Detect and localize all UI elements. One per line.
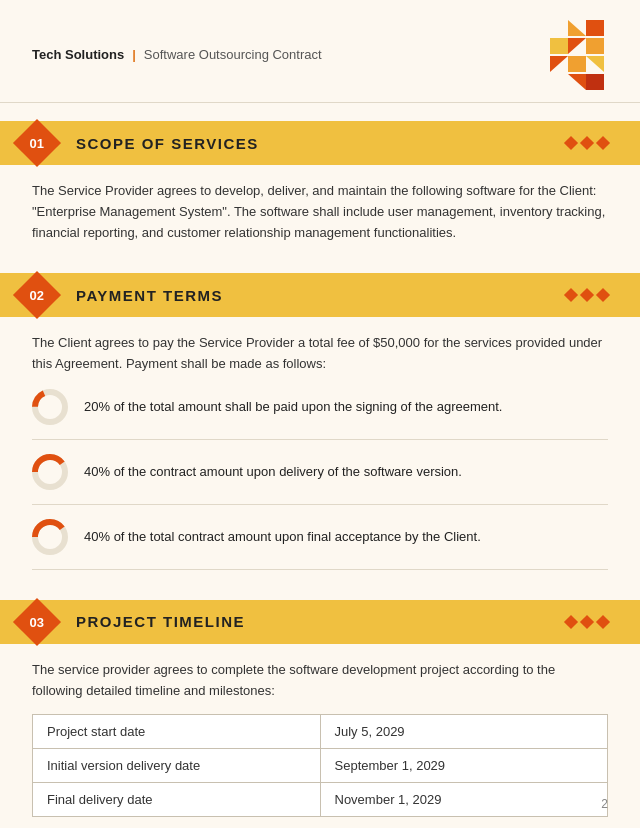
table-cell: Final delivery date [33,782,321,816]
section-03-text: The service provider agrees to complete … [32,660,608,702]
svg-marker-9 [586,74,604,90]
section-03: 03 PROJECT TIMELINE The service provider… [0,600,640,828]
section-01-badge: 01 [13,119,61,167]
section-01: 01 SCOPE OF SERVICES The Service Provide… [0,121,640,255]
svg-marker-2 [550,38,568,54]
diamond-icon [564,615,578,629]
diamond-icon [596,615,610,629]
svg-marker-0 [568,20,586,36]
diamond-icon [580,615,594,629]
diamond-icon [564,288,578,302]
section-02: 02 PAYMENT TERMS The Client agrees to pa… [0,273,640,582]
diamond-icon [596,288,610,302]
payment-item-2: 40% of the contract amount upon delivery… [32,440,608,505]
header-divider: | [132,47,136,62]
table-cell: September 1, 2029 [320,748,608,782]
donut-icon-2 [32,454,68,490]
diamond-icon [596,136,610,150]
table-cell: July 5, 2029 [320,714,608,748]
table-row: Initial version delivery dateSeptember 1… [33,748,608,782]
header: Tech Solutions | Software Outsourcing Co… [0,0,640,103]
section-01-text: The Service Provider agrees to develop, … [32,181,608,243]
section-03-bar: 03 PROJECT TIMELINE [0,600,640,644]
table-cell: November 1, 2029 [320,782,608,816]
payment-item-1: 20% of the total amount shall be paid up… [32,375,608,440]
section-02-content: The Client agrees to pay the Service Pro… [0,317,640,582]
svg-marker-3 [568,38,586,54]
diamond-icon [564,136,578,150]
header-left: Tech Solutions | Software Outsourcing Co… [32,47,322,62]
section-02-title: PAYMENT TERMS [76,287,223,304]
section-01-bar: 01 SCOPE OF SERVICES [0,121,640,165]
diamond-icon [580,288,594,302]
section-01-diamonds [566,138,608,148]
table-cell: Project start date [33,714,321,748]
svg-marker-6 [568,56,586,72]
section-03-badge: 03 [13,598,61,646]
payment-item-2-text: 40% of the contract amount upon delivery… [84,464,462,479]
svg-marker-5 [550,56,568,72]
section-02-bar: 02 PAYMENT TERMS [0,273,640,317]
svg-marker-7 [586,56,604,72]
table-cell: Initial version delivery date [33,748,321,782]
section-02-badge: 02 [13,271,61,319]
brand-name: Tech Solutions [32,47,124,62]
svg-marker-8 [568,74,586,90]
section-02-intro: The Client agrees to pay the Service Pro… [32,333,608,375]
section-03-content: The service provider agrees to complete … [0,644,640,828]
section-03-diamonds [566,617,608,627]
timeline-table: Project start dateJuly 5, 2029Initial ve… [32,714,608,817]
payment-item-3: 40% of the total contract amount upon fi… [32,505,608,570]
svg-marker-1 [586,20,604,36]
document-title: Software Outsourcing Contract [144,47,322,62]
section-03-title: PROJECT TIMELINE [76,613,245,630]
section-01-title: SCOPE OF SERVICES [76,135,259,152]
section-02-diamonds [566,290,608,300]
payment-item-1-text: 20% of the total amount shall be paid up… [84,399,502,414]
company-logo [528,18,608,90]
section-01-content: The Service Provider agrees to develop, … [0,165,640,255]
donut-icon-1 [32,389,68,425]
table-row: Project start dateJuly 5, 2029 [33,714,608,748]
svg-marker-4 [586,38,604,54]
diamond-icon [580,136,594,150]
page-number: 2 [601,797,608,811]
payment-item-3-text: 40% of the total contract amount upon fi… [84,529,481,544]
donut-icon-3 [32,519,68,555]
table-row: Final delivery dateNovember 1, 2029 [33,782,608,816]
